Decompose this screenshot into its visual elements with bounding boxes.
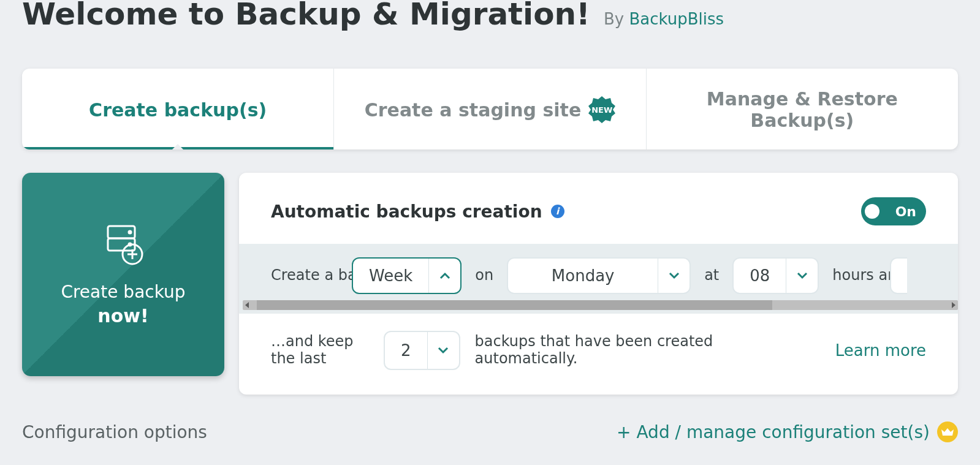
chevron-up-icon	[428, 259, 460, 293]
horizontal-scrollbar[interactable]	[243, 300, 958, 310]
tab-create-staging[interactable]: Create a staging site NEW	[333, 69, 645, 149]
new-badge-icon: NEW	[588, 96, 615, 123]
tab-manage-restore[interactable]: Manage & Restore Backup(s)	[646, 69, 958, 149]
chevron-down-icon	[658, 259, 689, 293]
schedule-row: Create a backup every Week on Monday at …	[239, 244, 958, 314]
frequency-select[interactable]: Week	[352, 257, 462, 294]
create-now-label: Create backup now!	[61, 281, 185, 328]
svg-point-3	[129, 231, 131, 233]
chevron-down-icon	[427, 332, 459, 369]
auto-backup-title: Automatic backups creation	[271, 202, 542, 222]
hours-and-label: hours and	[832, 267, 876, 284]
keep-value: 2	[385, 341, 427, 360]
keep-count-select[interactable]: 2	[384, 331, 460, 370]
byline-brand[interactable]: BackupBliss	[629, 10, 724, 28]
day-value: Monday	[508, 267, 658, 285]
keep-label: …and keep the last	[271, 333, 369, 367]
config-options-label: Configuration options	[22, 422, 207, 442]
create-now-line1: Create backup	[61, 282, 185, 302]
crown-icon	[937, 422, 958, 442]
at-label: at	[704, 267, 719, 284]
tab-create-backups[interactable]: Create backup(s)	[22, 69, 333, 149]
toggle-knob	[865, 204, 879, 219]
frequency-value: Week	[353, 267, 428, 285]
info-icon[interactable]: i	[551, 205, 564, 218]
tab-label: Manage & Restore Backup(s)	[654, 88, 951, 131]
auto-backup-toggle[interactable]: On	[861, 197, 926, 225]
minute-select-partial[interactable]	[890, 257, 907, 294]
day-select[interactable]: Monday	[507, 257, 691, 294]
tabs: Create backup(s) Create a staging site N…	[22, 69, 958, 149]
hour-select[interactable]: 08	[732, 257, 819, 294]
tab-label: Create backup(s)	[89, 99, 267, 121]
chevron-down-icon	[786, 259, 818, 293]
page-title: Welcome to Backup & Migration!	[22, 0, 590, 32]
byline: By BackupBliss	[604, 10, 724, 28]
manage-config-link[interactable]: + Add / manage configuration set(s)	[617, 422, 958, 442]
create-backup-now-button[interactable]: Create backup now!	[22, 173, 224, 376]
tab-label: Create a staging site	[365, 99, 582, 121]
every-label: Create a backup every	[271, 267, 338, 284]
byline-prefix: By	[604, 10, 624, 28]
hour-value: 08	[734, 267, 786, 285]
auto-backup-panel: Automatic backups creation i On Create a…	[239, 173, 958, 395]
database-plus-icon	[99, 221, 147, 269]
toggle-label: On	[895, 204, 916, 219]
learn-more-link[interactable]: Learn more	[835, 341, 926, 360]
keep-suffix: backups that have been created automatic…	[475, 333, 745, 367]
create-now-line2: now!	[97, 305, 148, 327]
on-label: on	[475, 267, 493, 284]
new-badge-text: NEW	[591, 105, 612, 115]
manage-config-text: + Add / manage configuration set(s)	[617, 422, 930, 442]
